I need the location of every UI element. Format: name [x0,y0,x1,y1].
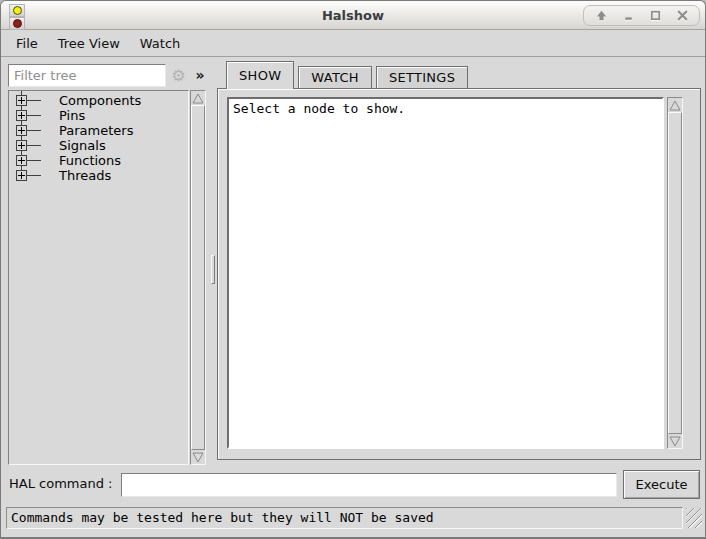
traffic-light-bottom [9,17,25,30]
tab-show[interactable]: SHOW [226,61,294,89]
red-light-icon [13,19,22,28]
tree-connector [27,160,41,161]
tree-connector [27,100,41,101]
halshow-window: Halshow File Tree View Watch ⚙ » [0,0,706,539]
tree-connector [27,115,41,116]
menu-tree-view[interactable]: Tree View [48,33,130,54]
execute-button[interactable]: Execute [623,470,700,499]
client-area: ⚙ » Components Pins Parameters Signals [1,57,705,537]
menu-watch[interactable]: Watch [130,33,190,54]
window-title: Halshow [322,8,384,23]
show-text-area[interactable]: Select a node to show. [227,97,664,449]
scroll-down-icon[interactable] [191,450,205,464]
tree-connector [27,145,41,146]
show-scrollbar[interactable] [667,97,683,449]
yellow-light-icon [13,6,22,15]
scroll-up-icon[interactable] [668,98,682,112]
expand-plus-icon[interactable] [16,155,27,166]
tab-watch[interactable]: WATCH [298,66,372,88]
tab-bar: SHOW WATCH SETTINGS [217,61,701,88]
expand-plus-icon[interactable] [16,125,27,136]
hal-tree: Components Pins Parameters Signals Funct… [8,90,189,465]
expand-plus-icon[interactable] [16,110,27,121]
menubar: File Tree View Watch [1,30,705,57]
tree-connector [27,175,41,176]
titlebar: Halshow [1,1,705,30]
tree-item-label[interactable]: Signals [59,138,106,153]
gear-icon[interactable]: ⚙ [168,65,189,86]
hal-command-input[interactable] [121,473,617,497]
tab-settings[interactable]: SETTINGS [376,66,468,88]
tree-item-components[interactable]: Components [9,93,188,108]
tree-item-label[interactable]: Components [59,93,141,108]
app-icon [9,4,25,30]
filter-more-button[interactable]: » [191,65,209,86]
tree-item-signals[interactable]: Signals [9,138,188,153]
filter-tree-input[interactable] [8,64,166,87]
tree-connector [27,130,41,131]
status-bar: Commands may be tested here but they wil… [6,507,683,529]
scroll-up-icon[interactable] [191,91,205,105]
expand-plus-icon[interactable] [16,95,27,106]
tree-item-pins[interactable]: Pins [9,108,188,123]
scroll-down-icon[interactable] [668,434,682,448]
tree-item-label[interactable]: Parameters [59,123,133,138]
menu-file[interactable]: File [6,33,48,54]
window-controls [583,5,700,26]
tree-item-threads[interactable]: Threads [9,168,188,183]
tree-scrollbar[interactable] [190,90,206,465]
tree-item-label[interactable]: Pins [59,108,85,123]
expand-plus-icon[interactable] [16,170,27,181]
scrollbar-thumb[interactable] [191,105,205,450]
minimize-button[interactable] [621,9,635,23]
tree-item-parameters[interactable]: Parameters [9,123,188,138]
traffic-light-top [9,4,25,17]
tree-item-functions[interactable]: Functions [9,153,188,168]
close-button[interactable] [675,9,689,23]
resize-grip-icon[interactable] [686,508,702,528]
rollup-button[interactable] [594,9,608,23]
notebook: SHOW WATCH SETTINGS Select a node to sho… [217,61,701,460]
tree-item-label[interactable]: Functions [59,153,121,168]
maximize-button[interactable] [648,9,662,23]
hal-command-label: HAL command : [9,476,112,491]
scrollbar-thumb[interactable] [668,112,682,434]
show-panel: Select a node to show. [217,88,701,460]
tree-item-label[interactable]: Threads [59,168,111,183]
expand-plus-icon[interactable] [16,140,27,151]
pane-sash-handle[interactable] [211,255,215,284]
